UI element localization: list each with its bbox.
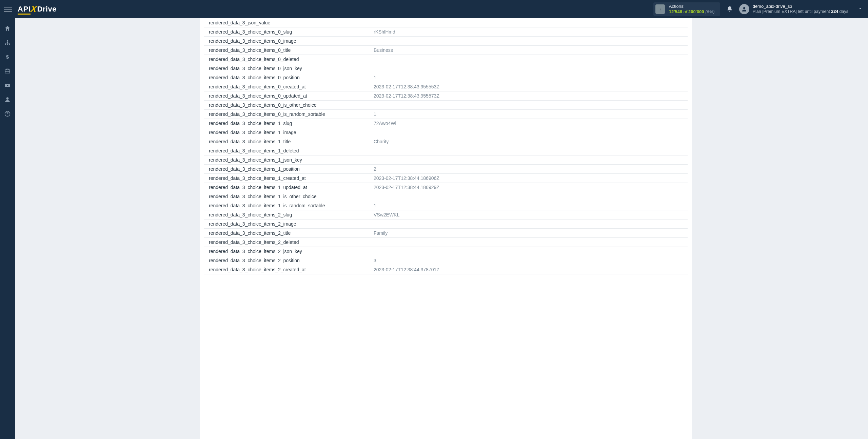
data-row: rendered_data_3_choice_items_2_slugVSw2E… (204, 210, 688, 220)
data-row: rendered_data_3_choice_items_2_deleted (204, 238, 688, 247)
row-key: rendered_data_3_choice_items_0_position (204, 75, 374, 80)
svg-point-12 (7, 115, 8, 116)
row-value: 2023-02-17T12:38:44.186906Z (374, 175, 688, 181)
row-value: Charity (374, 139, 688, 144)
logo-part-api: API (18, 5, 31, 14)
user-menu[interactable]: demo_apix-drive_s3 Plan |Premium EXTRA| … (739, 4, 864, 15)
row-value: 1 (374, 111, 688, 117)
actions-used: 12'546 (669, 9, 682, 14)
youtube-icon[interactable] (4, 82, 11, 89)
plan-prefix: Plan | (753, 9, 764, 14)
plan-mid: | left until payment (796, 9, 831, 14)
row-value: rKShlHmd (374, 29, 688, 35)
row-key: rendered_data_3_choice_items_2_json_key (204, 249, 374, 254)
row-key: rendered_data_3_choice_items_2_created_a… (204, 267, 374, 272)
data-row: rendered_data_3_choice_items_1_updated_a… (204, 183, 688, 192)
chevron-down-icon (858, 6, 863, 12)
plan-days-suffix: days (838, 9, 848, 14)
data-row: rendered_data_3_choice_items_1_json_key (204, 155, 688, 165)
data-row: rendered_data_3_choice_items_1_deleted (204, 146, 688, 155)
row-value: 1 (374, 75, 688, 80)
row-key: rendered_data_3_choice_items_2_image (204, 221, 374, 227)
row-key: rendered_data_3_choice_items_0_slug (204, 29, 374, 35)
row-key: rendered_data_3_choice_items_0_updated_a… (204, 93, 374, 99)
row-key: rendered_data_3_json_value (204, 20, 374, 25)
actions-pct: (6%) (705, 9, 714, 14)
actions-total: 200'000 (688, 9, 704, 14)
notifications-icon[interactable] (726, 6, 733, 13)
data-row: rendered_data_3_choice_items_0_is_other_… (204, 101, 688, 110)
data-rows: rendered_data_3_json_valuerendered_data_… (200, 18, 692, 274)
svg-point-6 (7, 43, 8, 45)
row-value: 2 (374, 166, 688, 172)
svg-text:$: $ (6, 54, 9, 60)
info-icon (655, 4, 665, 14)
avatar-icon (739, 4, 749, 14)
data-row: rendered_data_3_choice_items_1_created_a… (204, 174, 688, 183)
row-key: rendered_data_3_choice_items_1_is_random… (204, 203, 374, 208)
account-icon[interactable] (4, 96, 11, 103)
sidebar: $ (0, 18, 15, 439)
actions-usage-text: Actions: 12'546 of 200'000 (6%) (669, 4, 715, 15)
billing-icon[interactable]: $ (4, 54, 11, 60)
row-value: 2023-02-17T12:38:44.186929Z (374, 185, 688, 190)
menu-toggle-button[interactable] (4, 5, 12, 13)
row-key: rendered_data_3_choice_items_1_deleted (204, 148, 374, 153)
row-key: rendered_data_3_choice_items_0_title (204, 47, 374, 53)
row-key: rendered_data_3_choice_items_1_slug (204, 121, 374, 126)
row-value: 72Awo4Wi (374, 121, 688, 126)
row-key: rendered_data_3_choice_items_1_position (204, 166, 374, 172)
data-row: rendered_data_3_choice_items_2_titleFami… (204, 229, 688, 238)
row-key: rendered_data_3_choice_items_1_json_key (204, 157, 374, 163)
data-row: rendered_data_3_choice_items_0_titleBusi… (204, 46, 688, 55)
data-row: rendered_data_3_choice_items_0_updated_a… (204, 91, 688, 101)
svg-rect-2 (660, 8, 660, 8)
row-key: rendered_data_3_choice_items_2_deleted (204, 239, 374, 245)
row-key: rendered_data_3_choice_items_2_slug (204, 212, 374, 217)
row-value: 1 (374, 203, 688, 208)
data-row: rendered_data_3_choice_items_0_is_random… (204, 110, 688, 119)
row-key: rendered_data_3_choice_items_0_created_a… (204, 84, 374, 89)
row-key: rendered_data_3_choice_items_0_image (204, 38, 374, 44)
row-value: 2023-02-17T12:38:43.955573Z (374, 93, 688, 99)
logo-part-drive: Drive (37, 5, 57, 14)
data-row: rendered_data_3_choice_items_0_json_key (204, 64, 688, 73)
row-value: Business (374, 47, 688, 53)
data-row: rendered_data_3_choice_items_1_slug72Awo… (204, 119, 688, 128)
content-area[interactable]: rendered_data_3_json_valuerendered_data_… (15, 18, 868, 439)
plan-line: Plan |Premium EXTRA| left until payment … (753, 9, 848, 15)
row-key: rendered_data_3_choice_items_1_created_a… (204, 175, 374, 181)
svg-point-4 (7, 40, 8, 41)
actions-label: Actions: (669, 4, 715, 9)
data-row: rendered_data_3_choice_items_1_position2 (204, 165, 688, 174)
actions-usage-box[interactable]: Actions: 12'546 of 200'000 (6%) (653, 2, 720, 16)
row-key: rendered_data_3_choice_items_1_title (204, 139, 374, 144)
row-value: 2023-02-17T12:38:44.378701Z (374, 267, 688, 272)
svg-point-10 (6, 97, 9, 100)
data-row: rendered_data_3_json_value (204, 18, 688, 27)
data-row: rendered_data_3_choice_items_0_slugrKShl… (204, 27, 688, 37)
row-key: rendered_data_3_choice_items_0_is_random… (204, 111, 374, 117)
logo-part-x: X (29, 4, 38, 14)
svg-point-3 (743, 7, 745, 9)
logo[interactable]: API X Drive (18, 5, 57, 14)
data-row: rendered_data_3_choice_items_0_deleted (204, 55, 688, 64)
data-row: rendered_data_3_choice_items_0_image (204, 37, 688, 46)
app-header: API X Drive Actions: 12'546 of 200'000 (… (0, 0, 868, 18)
user-name: demo_apix-drive_s3 (753, 4, 848, 9)
row-key: rendered_data_3_choice_items_1_is_other_… (204, 194, 374, 199)
user-text: demo_apix-drive_s3 Plan |Premium EXTRA| … (753, 4, 848, 15)
data-row: rendered_data_3_choice_items_2_image (204, 220, 688, 229)
help-icon[interactable] (4, 110, 11, 117)
briefcase-icon[interactable] (4, 68, 11, 75)
actions-of: of (684, 9, 687, 14)
plan-days-num: 224 (831, 9, 838, 14)
data-row: rendered_data_3_choice_items_0_position1 (204, 73, 688, 82)
home-icon[interactable] (4, 25, 11, 32)
row-value: 2023-02-17T12:38:43.955553Z (374, 84, 688, 89)
row-value: Family (374, 230, 688, 236)
data-card: rendered_data_3_json_valuerendered_data_… (200, 18, 692, 439)
connections-icon[interactable] (4, 39, 11, 46)
data-row: rendered_data_3_choice_items_2_position3 (204, 256, 688, 265)
data-row: rendered_data_3_choice_items_1_image (204, 128, 688, 137)
